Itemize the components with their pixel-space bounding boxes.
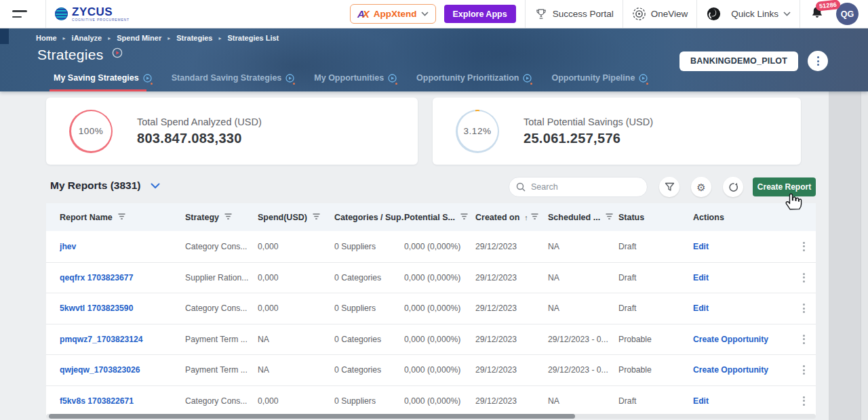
filter-icon[interactable] [312, 213, 321, 222]
create-report-button[interactable]: Create Report [753, 177, 816, 196]
appxtend-icon: AX [357, 8, 370, 20]
notifications-button[interactable]: 51286 [809, 5, 825, 24]
menu-icon[interactable] [12, 10, 27, 18]
breadcrumb-item-strategies[interactable]: Strategies [176, 34, 212, 42]
header-more-options-button[interactable] [808, 51, 828, 71]
spend-cell: 0,000 [258, 396, 334, 406]
filter-icon[interactable] [530, 213, 539, 222]
horizontal-scrollbar[interactable] [46, 414, 816, 419]
breadcrumb-item-home[interactable]: Home [36, 34, 57, 42]
top-navigation-bar: ZYCUS COGNITIVE PROCUREMENT AX AppXtend … [0, 0, 868, 28]
sort-ascending-icon[interactable]: ↑ [524, 213, 528, 222]
row-action-link[interactable]: Edit [693, 273, 709, 282]
row-menu-icon[interactable] [791, 396, 816, 406]
column-header-actions[interactable]: Actions [693, 213, 791, 222]
column-header-created-on[interactable]: Created on↑ [475, 213, 548, 222]
report-name-link[interactable]: qwjeqw_1703823026 [60, 365, 140, 375]
created-on-cell: 29/12/2023 [475, 365, 548, 375]
breadcrumb-item-strategies-list[interactable]: Strategies List [227, 34, 279, 42]
row-action-link[interactable]: Edit [693, 396, 709, 406]
status-cell: Probable [618, 335, 693, 344]
guided-tour-icon[interactable] [112, 47, 123, 58]
row-menu-icon[interactable] [791, 303, 816, 313]
strategy-tabs: My Saving StrategiesStandard Saving Stra… [54, 70, 648, 85]
row-action-link[interactable]: Edit [693, 242, 709, 251]
created-on-cell: 29/12/2023 [475, 303, 548, 313]
filter-icon[interactable] [460, 213, 469, 222]
report-name-link[interactable]: pmqwz7_1703823124 [60, 335, 143, 344]
column-header-report-name[interactable]: Report Name [60, 213, 185, 222]
scheduled-cell: NA [548, 242, 618, 251]
settings-button[interactable]: ⚙ [691, 177, 711, 197]
scheduled-cell: NA [548, 396, 618, 406]
funnel-icon [665, 182, 675, 192]
filter-icon[interactable] [605, 213, 614, 222]
refresh-button[interactable] [723, 177, 743, 197]
filter-icon[interactable] [117, 213, 126, 222]
success-portal-link[interactable]: Success Portal [534, 7, 614, 21]
spend-cell: 0,000 [258, 242, 334, 251]
breadcrumb-item-ianalyze[interactable]: iAnalyze [72, 34, 102, 42]
breadcrumb-item-spend-miner[interactable]: Spend Miner [117, 34, 161, 42]
report-name-link[interactable]: 5kwvtl 1703823590 [60, 303, 133, 313]
page-header: Home▸iAnalyze▸Spend Miner▸Strategies▸Str… [0, 28, 868, 91]
column-header-strategy[interactable]: Strategy [185, 213, 258, 222]
tab-my-opportunities[interactable]: My Opportunities [314, 70, 397, 85]
scrollbar-gutter[interactable] [829, 91, 868, 420]
corner-accent [0, 28, 9, 44]
row-menu-icon[interactable] [791, 273, 816, 282]
column-header-potential-s[interactable]: Potential S... [404, 213, 475, 222]
row-action-link[interactable]: Create Opportunity [693, 335, 768, 344]
merlin-ai-icon[interactable] [706, 6, 722, 22]
status-cell: Probable [618, 365, 693, 375]
screen: ZYCUS COGNITIVE PROCUREMENT AX AppXtend … [0, 0, 868, 420]
search-icon [516, 182, 526, 192]
filter-button[interactable] [659, 177, 679, 197]
report-name-link[interactable]: qeqfrx 1703823677 [60, 273, 133, 282]
row-action-link[interactable]: Create Opportunity [693, 365, 768, 375]
workspace-button[interactable]: BANKINGDEMO_PILOT [679, 51, 798, 71]
column-header-scheduled[interactable]: Scheduled ... [548, 213, 618, 222]
tab-opportunity-prioritization[interactable]: Opportunity Prioritization [416, 70, 532, 85]
row-menu-icon[interactable] [791, 335, 816, 344]
appxtend-dropdown[interactable]: AX AppXtend [350, 4, 436, 24]
guided-play-icon [285, 74, 294, 83]
row-menu-icon[interactable] [791, 365, 816, 375]
tab-opportunity-pipeline[interactable]: Opportunity Pipeline [551, 70, 648, 85]
status-cell: Draft [618, 242, 693, 251]
oneview-icon [632, 7, 646, 21]
divider [696, 0, 697, 28]
row-action-link[interactable]: Edit [693, 303, 709, 313]
my-reports-toggle[interactable]: My Reports (3831) [50, 180, 160, 192]
oneview-link[interactable]: OneView [632, 7, 688, 21]
spend-cell: 0,000 [258, 273, 334, 282]
chevron-down-icon [783, 12, 791, 16]
page-title: Strategies [37, 47, 104, 63]
explore-apps-button[interactable]: Explore Apps [444, 5, 516, 23]
divider [623, 0, 623, 28]
column-header-spend-usd[interactable]: Spend(USD) [258, 213, 334, 222]
column-header-status[interactable]: Status [618, 213, 693, 222]
report-name-link[interactable]: f5kv8s 1703822671 [60, 396, 134, 406]
report-name-link[interactable]: jhev [60, 242, 76, 251]
spend-cell: 0,000 [258, 303, 334, 313]
filter-icon[interactable] [224, 213, 233, 222]
search-input[interactable] [531, 182, 640, 192]
table-row: f5kv8s 1703822671Category Cons...0,0000 … [46, 385, 816, 417]
tab-my-saving-strategies[interactable]: My Saving Strategies [54, 70, 152, 85]
quick-links-dropdown[interactable]: Quick Links [731, 9, 791, 19]
zycus-logo[interactable]: ZYCUS COGNITIVE PROCUREMENT [55, 6, 130, 22]
divider [800, 0, 800, 28]
breadcrumb-separator: ▸ [63, 35, 66, 41]
search-box[interactable] [509, 177, 648, 197]
horizontal-scrollbar-thumb[interactable] [49, 414, 575, 419]
strategy-cell: Payment Term ... [185, 335, 258, 344]
column-header-categories-sup[interactable]: Categories / Sup... [334, 213, 404, 222]
chevron-down-icon [421, 12, 429, 16]
main-content: 100% Total Spend Analyzed (USD) 803.847.… [0, 91, 868, 420]
row-menu-icon[interactable] [791, 242, 816, 251]
table-row: qeqfrx 1703823677Supplier Ration...0,000… [46, 262, 816, 293]
potential-savings-cell: 0,000 (0,000%) [404, 365, 475, 375]
categories-suppliers-cell: 0 Suppliers [334, 242, 404, 251]
tab-standard-saving-strategies[interactable]: Standard Saving Strategies [172, 70, 295, 85]
